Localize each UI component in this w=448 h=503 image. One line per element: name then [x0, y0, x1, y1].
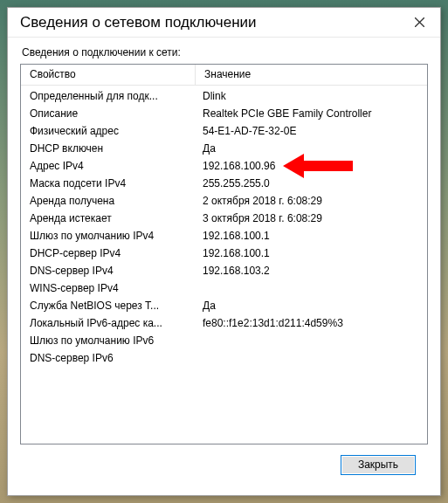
table-row[interactable]: Маска подсети IPv4255.255.255.0: [21, 175, 427, 192]
table-row[interactable]: ОписаниеRealtek PCIe GBE Family Controll…: [21, 105, 427, 122]
column-header-property[interactable]: Свойство: [21, 65, 196, 85]
cell-value: 192.168.103.2: [196, 265, 427, 277]
grid-header: Свойство Значение: [21, 65, 427, 86]
table-row[interactable]: Шлюз по умолчанию IPv6: [21, 332, 427, 349]
cell-value: Да: [196, 142, 427, 155]
table-row[interactable]: DHCP включенДа: [21, 140, 427, 157]
cell-value: 192.168.100.1: [196, 230, 427, 242]
table-row[interactable]: Аренда истекает3 октября 2018 г. 6:08:29: [21, 210, 427, 227]
close-icon: [415, 17, 424, 27]
cell-value: Realtek PCIe GBE Family Controller: [196, 107, 427, 120]
cell-value: 54-E1-AD-7E-32-0E: [196, 125, 427, 137]
cell-property: Определенный для подк...: [21, 90, 196, 102]
cell-property: DHCP включен: [21, 142, 196, 155]
cell-value: 192.168.100.1: [196, 247, 427, 259]
dialog-footer: Закрыть: [20, 444, 428, 485]
cell-property: Служба NetBIOS через T...: [21, 300, 196, 312]
table-row[interactable]: Шлюз по умолчанию IPv4192.168.100.1: [21, 227, 427, 245]
column-header-value[interactable]: Значение: [196, 65, 427, 85]
table-row[interactable]: Определенный для подк...Dlink: [21, 87, 427, 105]
table-row[interactable]: DNS-сервер IPv4192.168.103.2: [21, 262, 427, 279]
table-row[interactable]: Локальный IPv6-адрес ка...fe80::f1e2:13d…: [21, 314, 427, 332]
cell-property: Шлюз по умолчанию IPv4: [21, 230, 196, 242]
table-row[interactable]: WINS-сервер IPv4: [21, 279, 427, 297]
table-row[interactable]: Аренда получена2 октября 2018 г. 6:08:29: [21, 192, 427, 210]
titlebar: Сведения о сетевом подключении: [8, 8, 440, 38]
cell-property: Локальный IPv6-адрес ка...: [21, 317, 196, 329]
table-row[interactable]: DHCP-сервер IPv4192.168.100.1: [21, 245, 427, 262]
close-button[interactable]: [407, 12, 431, 33]
dialog-window: Сведения о сетевом подключении Сведения …: [7, 7, 441, 496]
cell-property: DNS-сервер IPv4: [21, 265, 196, 277]
cell-property: Аренда истекает: [21, 212, 196, 224]
cell-property: Маска подсети IPv4: [21, 177, 196, 189]
cell-value: Да: [196, 300, 427, 312]
table-row[interactable]: Служба NetBIOS через T...Да: [21, 297, 427, 314]
subtitle-label: Сведения о подключении к сети:: [20, 46, 428, 59]
table-row[interactable]: Адрес IPv4192.168.100.96: [21, 157, 427, 175]
cell-property: WINS-сервер IPv4: [21, 282, 196, 294]
close-dialog-button[interactable]: Закрыть: [341, 455, 416, 475]
cell-property: Адрес IPv4: [21, 160, 196, 172]
cell-value: 192.168.100.96: [196, 160, 427, 172]
cell-value: 2 октября 2018 г. 6:08:29: [196, 195, 427, 207]
table-row[interactable]: DNS-сервер IPv6: [21, 349, 427, 367]
cell-value: fe80::f1e2:13d1:d211:4d59%3: [196, 317, 427, 329]
details-panel: Свойство Значение Определенный для подк.…: [20, 64, 428, 444]
grid-rows: Определенный для подк...DlinkОписаниеRea…: [21, 86, 427, 369]
cell-value: 3 октября 2018 г. 6:08:29: [196, 212, 427, 224]
cell-property: Описание: [21, 107, 196, 120]
cell-property: Аренда получена: [21, 195, 196, 207]
dialog-body: Сведения о подключении к сети: Свойство …: [8, 38, 440, 495]
cell-property: Шлюз по умолчанию IPv6: [21, 334, 196, 347]
table-row[interactable]: Физический адрес54-E1-AD-7E-32-0E: [21, 122, 427, 140]
window-title: Сведения о сетевом подключении: [20, 14, 407, 31]
cell-value: Dlink: [196, 90, 427, 102]
cell-property: DHCP-сервер IPv4: [21, 247, 196, 259]
cell-property: DNS-сервер IPv6: [21, 352, 196, 364]
cell-property: Физический адрес: [21, 125, 196, 137]
cell-value: 255.255.255.0: [196, 177, 427, 189]
